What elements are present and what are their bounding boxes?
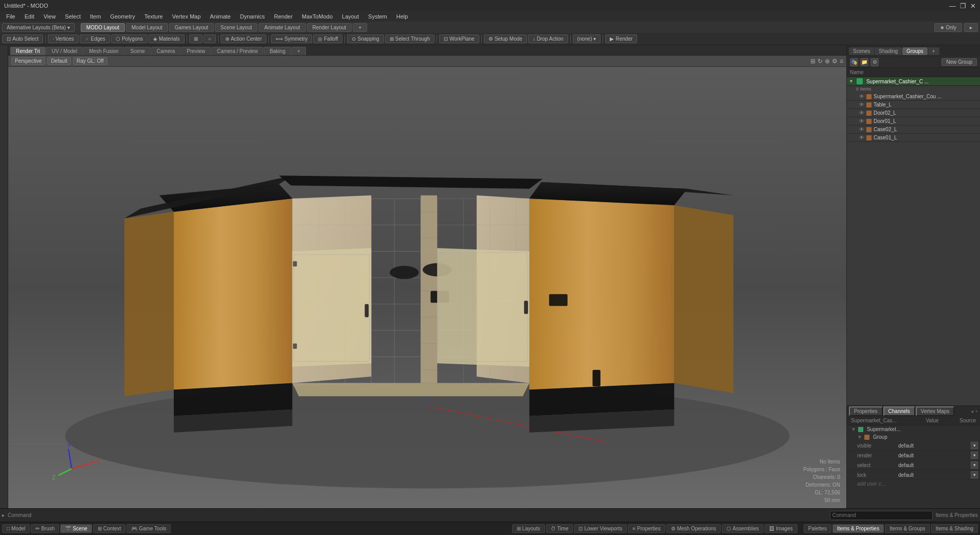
tree-item-5[interactable]: 👁 Case01_L (847, 134, 980, 142)
toolbar-polygons-button[interactable]: ⬡Polygons (111, 34, 148, 43)
only-button[interactable]: ★ Only (934, 23, 962, 32)
ray-gl-button[interactable]: Ray GL: Off (73, 57, 107, 65)
layout-btn-modo-layout[interactable]: MODO Layout (81, 23, 125, 32)
menu-item-help[interactable]: Help (392, 12, 412, 21)
menu-item-system[interactable]: System (364, 12, 391, 21)
footer-lower-viewports-btn[interactable]: ⊡ Lower Viewports (574, 524, 627, 533)
minimize-button[interactable]: — (949, 2, 956, 10)
viewport-icon-5[interactable]: ≡ (840, 58, 843, 65)
menu-item-select[interactable]: Select (61, 12, 85, 21)
channels-tab[interactable]: Channels (883, 406, 915, 416)
toolbar-symmetry-button[interactable]: ⟺Symmetry (271, 34, 312, 43)
viewport-icon-4[interactable]: ⚙ (832, 58, 838, 65)
viewport-tab-camera-preview[interactable]: Camera / Preview (211, 47, 263, 55)
toolbar-vertices-button[interactable]: ·Vertices (48, 34, 78, 43)
menu-item-layout[interactable]: Layout (338, 12, 363, 21)
right-tab-scenes[interactable]: Scenes (849, 47, 874, 55)
tree-item-2[interactable]: 👁 Door02_L (847, 109, 980, 117)
footer-context-btn[interactable]: ⊞ Context (93, 524, 125, 533)
footer-time-btn[interactable]: ⏱ Time (546, 524, 573, 533)
ch-prop-render-btn[interactable]: ▾ (971, 452, 978, 459)
default-button[interactable]: Default (47, 57, 71, 65)
add-channel-row[interactable]: add user c... (847, 480, 980, 488)
ch-group-item[interactable]: ▼ Group (847, 433, 980, 441)
properties-tab[interactable]: Properties (849, 406, 883, 416)
menu-item-edit[interactable]: Edit (21, 12, 39, 21)
menu-item-geometry[interactable]: Geometry (106, 12, 139, 21)
viewport-tab-render-tri[interactable]: Render Tri (10, 47, 46, 55)
menu-item-item[interactable]: Item (86, 12, 105, 21)
footer-items-shading-btn[interactable]: Items & Shading (931, 524, 978, 533)
menu-item-dynamics[interactable]: Dynamics (236, 12, 269, 21)
viewport-tab-baking[interactable]: Baking (264, 47, 291, 55)
right-tab-shading[interactable]: Shading (875, 47, 902, 55)
layout-btn-animate-layout[interactable]: Animate Layout (259, 23, 306, 32)
groups-icon-3[interactable]: ⚙ (870, 58, 879, 66)
ch-prop-select-btn[interactable]: ▾ (971, 461, 978, 469)
tree-item-3[interactable]: 👁 Door01_L (847, 117, 980, 126)
tree-item-0[interactable]: 👁 Supermarket_Cashier_Cou ... (847, 93, 980, 101)
add-viewport-tab[interactable]: + (292, 47, 306, 55)
menu-item-vertex map[interactable]: Vertex Map (168, 12, 205, 21)
viewport-icon-1[interactable]: ⊞ (810, 58, 815, 65)
layout-btn-model-layout[interactable]: Model Layout (126, 23, 168, 32)
menu-item-animate[interactable]: Animate (206, 12, 234, 21)
footer-mesh-ops-btn[interactable]: ⚙ Mesh Operations (666, 524, 721, 533)
viewport-icon-3[interactable]: ⊕ (825, 58, 830, 65)
footer-properties-btn[interactable]: ≡ Properties (628, 524, 665, 533)
groups-icon-2[interactable]: 📁 (860, 58, 868, 66)
toolbar-snapping-button[interactable]: ⊙Snapping (347, 34, 384, 43)
ch-supermarket-item[interactable]: ▼ Supermarket... (847, 425, 980, 433)
toolbar-icon2-button[interactable]: ○ (204, 34, 216, 43)
menu-item-view[interactable]: View (40, 12, 60, 21)
tree-item-1[interactable]: 👁 Table_L (847, 101, 980, 109)
footer-model-btn[interactable]: □ Model (2, 524, 30, 533)
groups-icon-1[interactable]: 🎭 (850, 58, 858, 66)
ch-prop-visible-btn[interactable]: ▾ (971, 442, 978, 449)
tree-item-4[interactable]: 👁 Case02_L (847, 126, 980, 134)
add-layout-button[interactable]: + (353, 23, 367, 32)
maximize-button[interactable]: ❐ (960, 2, 966, 10)
toolbar-icon1-button[interactable]: ⊞ (189, 34, 203, 43)
menu-item-texture[interactable]: Texture (140, 12, 167, 21)
layout-btn-render-layout[interactable]: Render Layout (307, 23, 352, 32)
footer-assemblies-btn[interactable]: ⬡ Assemblies (722, 524, 764, 533)
toolbar-workplane-button[interactable]: ⊡WorkPlane (439, 34, 479, 43)
toolbar-none-dropdown-button[interactable]: (none)▾ (573, 34, 601, 43)
footer-palettes-btn[interactable]: Palettes (804, 524, 831, 533)
viewport-tab-uv-model[interactable]: UV / Model (46, 47, 83, 55)
footer-images-btn[interactable]: 🖼 Images (765, 524, 797, 533)
3d-viewport[interactable]: X Y Z No Items Polygons : Face Channels:… (8, 67, 846, 508)
toolbar-materials-button[interactable]: ◈Materials (149, 34, 185, 43)
footer-game-tools-btn[interactable]: 🎮 Game Tools (126, 524, 171, 533)
viewport-tab-mesh-fusion[interactable]: Mesh Fusion (83, 47, 124, 55)
footer-layouts-btn[interactable]: ⊞ Layouts (512, 524, 545, 533)
toolbar-drop-action-button[interactable]: ↓Drop Action (528, 34, 568, 43)
toolbar-auto-select-button[interactable]: ⊡Auto Select (2, 34, 43, 43)
perspective-button[interactable]: Perspective (11, 57, 45, 65)
new-group-button[interactable]: New Group (941, 58, 977, 66)
toolbar-select-through-button[interactable]: ⊞Select Through (385, 34, 435, 43)
toolbar-setup-mode-button[interactable]: ⚙Setup Mode (484, 34, 527, 43)
layout-btn-scene-layout[interactable]: Scene Layout (215, 23, 258, 32)
vertex-maps-tab[interactable]: Vertex Maps (916, 406, 955, 416)
menu-item-maxtomodo[interactable]: MaxToModo (298, 12, 337, 21)
footer-items-properties-btn[interactable]: Items & Properties (832, 524, 884, 533)
right-tab-groups[interactable]: Groups (902, 47, 928, 55)
close-button[interactable]: ✕ (970, 2, 976, 10)
footer-brush-btn[interactable]: ✏ Brush (31, 524, 59, 533)
menu-item-render[interactable]: Render (270, 12, 297, 21)
viewport-tab-camera[interactable]: Camera (151, 47, 181, 55)
layout-btn-games-layout[interactable]: Games Layout (169, 23, 214, 32)
viewport-tab-preview[interactable]: Preview (181, 47, 211, 55)
toolbar-falloff-button[interactable]: ◎Falloff (313, 34, 342, 43)
expand-layout-button[interactable]: ▸ (964, 23, 978, 32)
toolbar-edges-button[interactable]: ⟋Edges (80, 34, 110, 43)
toolbar-action-center-button[interactable]: ⊕Action Center (221, 34, 267, 43)
ch-prop-lock-btn[interactable]: ▾ (971, 471, 978, 478)
alt-layout-button[interactable]: Alternative Layouts (Beta) ▾ (2, 23, 75, 32)
viewport-tab-scene[interactable]: Scene (124, 47, 150, 55)
channels-expand-icon[interactable]: ◂ + (971, 408, 978, 414)
viewport-icon-2[interactable]: ↻ (818, 58, 823, 65)
menu-item-file[interactable]: File (2, 12, 20, 21)
